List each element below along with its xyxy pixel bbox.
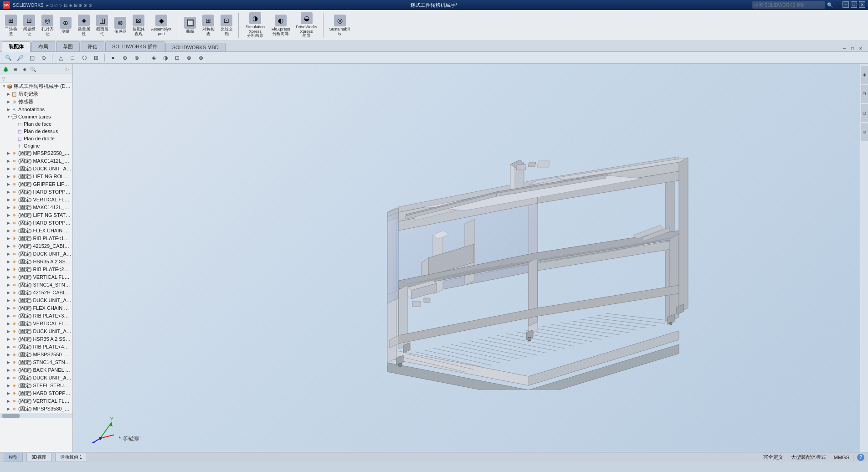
- tree-comp-24[interactable]: ▶ ⊛ (固定) HSR35 A 2 SS +...: [0, 335, 72, 343]
- toolbar-curve[interactable]: 🔲 曲面: [182, 16, 198, 35]
- comp12-expand[interactable]: ▶: [6, 244, 11, 249]
- comp13-expand[interactable]: ▶: [6, 252, 11, 257]
- sidebar-scrollbar[interactable]: [0, 413, 72, 418]
- view-perspective-button[interactable]: ⊞: [92, 53, 101, 62]
- view-box-button[interactable]: □: [68, 53, 77, 62]
- toolbar-sensor[interactable]: ⊛ 传感器: [112, 16, 128, 35]
- comp6-expand[interactable]: ▶: [6, 198, 11, 202]
- tree-comp-23[interactable]: ▶ ⊛ (固定) DUCK UNIT_AD3...: [0, 328, 72, 335]
- comp17-expand[interactable]: ▶: [6, 283, 11, 287]
- comp21-expand[interactable]: ▶: [6, 314, 11, 318]
- tree-comp-30[interactable]: ▶ ⊛ (固定) HARD STOPPER...: [0, 390, 72, 397]
- tab-window-min[interactable]: ─: [841, 46, 848, 51]
- view-settings-button[interactable]: ⊗: [132, 53, 141, 62]
- 3d-viewport[interactable]: X Y Z * 等轴测 ◈ ⊡ ◻ ⊕: [73, 64, 868, 452]
- comp2-expand[interactable]: ▶: [6, 167, 11, 171]
- comp20-expand[interactable]: ▶: [6, 306, 11, 311]
- sidebar-expand-button[interactable]: ▷: [63, 66, 71, 73]
- comp26-expand[interactable]: ▶: [6, 353, 11, 357]
- comp27-expand[interactable]: ▶: [6, 368, 11, 373]
- tab-assembly[interactable]: 装配体: [2, 41, 31, 52]
- comp22-expand[interactable]: ▶: [6, 322, 11, 326]
- tree-comp-8[interactable]: ▶ ⊛ (固定) LIFTING STATION...: [0, 211, 72, 219]
- right-panel-btn3[interactable]: ◻: [861, 104, 868, 122]
- comp24-expand[interactable]: ▶: [6, 337, 11, 342]
- toolbar-mass-props[interactable]: ◈ 质量属性: [76, 14, 92, 37]
- toolbar-symmetry-check[interactable]: ⊞ 对称检查: [200, 14, 216, 37]
- tree-comp-7[interactable]: ▶ ⊛ (固定) MAKC1412L_MA...: [0, 204, 72, 211]
- tree-commentaires[interactable]: ▼ 💬 Commentaires: [0, 113, 72, 120]
- comp-gripper-expand[interactable]: ▶: [6, 407, 11, 411]
- tree-comp-28[interactable]: ▶ ⊛ (固定) DUCK UNIT_AD3...: [0, 374, 72, 382]
- comp28-expand[interactable]: ▶: [6, 376, 11, 380]
- view-section-button[interactable]: △: [56, 53, 65, 62]
- view-render-button[interactable]: ●: [108, 53, 118, 62]
- zoom-in-button[interactable]: 🔍: [4, 53, 13, 62]
- comp30-expand[interactable]: ▶: [6, 391, 11, 396]
- tree-comp-6[interactable]: ▶ ⊛ (固定) VERTICAL FLEX C...: [0, 196, 72, 204]
- maximize-button[interactable]: □: [851, 1, 857, 8]
- comp23-expand[interactable]: ▶: [6, 329, 11, 334]
- toolbar-problem-verify[interactable]: ⊡ 间题经证: [21, 14, 37, 37]
- view-extra2[interactable]: ◑: [161, 53, 170, 62]
- tree-comp-19[interactable]: ▶ ⊛ (固定) DUCK UNIT_AD3...: [0, 297, 72, 304]
- toolbar-section-props[interactable]: ◫ 截面属性: [94, 14, 110, 37]
- comp31-expand[interactable]: ▶: [6, 399, 11, 404]
- title-bar-controls[interactable]: 🔍 ─ □ ✕: [752, 1, 865, 9]
- tree-comp-11[interactable]: ▶ ⊛ (固定) RIB PLATE<1> (固...: [0, 235, 72, 242]
- status-tab-motion[interactable]: 运动算例 1: [55, 453, 87, 462]
- tree-sensors[interactable]: ▶ ⊕ 传感器: [0, 98, 72, 106]
- toolbar-interference-check[interactable]: ⊞ 千涉检查: [3, 14, 19, 37]
- comp5-expand[interactable]: ▶: [6, 190, 11, 195]
- tab-layout[interactable]: 布局: [31, 41, 55, 51]
- tree-comp-25[interactable]: ▶ ⊛ (固定) RIB PLATE<4> (固...: [0, 343, 72, 351]
- sidebar-scroll-thumb[interactable]: [2, 414, 20, 418]
- tree-comp-9[interactable]: ▶ ⊛ (固定) HARD STOPPER...: [0, 219, 72, 227]
- sidebar-tree-icon[interactable]: 🌲: [2, 65, 10, 73]
- status-help[interactable]: ?: [857, 454, 864, 461]
- view-orient-button[interactable]: ⊙: [39, 53, 48, 62]
- view-mesh-button[interactable]: ⬡: [80, 53, 89, 62]
- view-extra5[interactable]: ⊛: [196, 53, 205, 62]
- tab-sketch[interactable]: 草图: [56, 41, 80, 51]
- tree-comp-5[interactable]: ▶ ⊛ (固定) HARD STOPPER...: [0, 188, 72, 196]
- tree-comp-16[interactable]: ▶ ⊛ (固定) VERTICAL FLEX C...: [0, 273, 72, 281]
- tab-evaluate[interactable]: 评估: [81, 41, 104, 51]
- comp0-expand[interactable]: ▶: [6, 151, 11, 156]
- tree-comp-21[interactable]: ▶ ⊛ (固定) RIB PLATE<3> (固...: [0, 312, 72, 320]
- tree-comp-31[interactable]: ▶ ⊛ (固定) VERTICAL FLEX C...: [0, 397, 72, 405]
- tree-comp-10[interactable]: ▶ ⊛ (固定) FLEX CHAIN MO...: [0, 227, 72, 235]
- toolbar-sustainability[interactable]: ◎ Sustainability: [327, 14, 353, 37]
- tab-sw-mbd[interactable]: SOLIDWORKS MBD: [165, 43, 226, 51]
- tab-window-close[interactable]: ✕: [857, 46, 864, 51]
- tree-comp-12[interactable]: ▶ ⊛ (固定) 421529_CABINE...: [0, 242, 72, 250]
- toolbar-driveworks[interactable]: ◒ DriveWorksXpress向导: [294, 11, 319, 40]
- tree-comp-2[interactable]: ▶ ⊛ (固定) DUCK UNIT_AD3...: [0, 165, 72, 173]
- tree-root[interactable]: ▼ 📦 稼式工件转移机械手 (Défa...: [0, 82, 72, 90]
- toolbar-hole-align[interactable]: ◎ 孔对齐证: [39, 14, 56, 37]
- search-input[interactable]: [752, 1, 825, 9]
- tree-comp-15[interactable]: ▶ ⊛ (固定) RIB PLATE<2> (固...: [0, 266, 72, 273]
- zoom-out-button[interactable]: 🔎: [15, 53, 25, 62]
- tree-comp-26[interactable]: ▶ ⊛ (固定) MPSPS2550_50_...: [0, 351, 72, 359]
- tree-comp-3[interactable]: ▶ ⊛ (固定) LIFTING ROLLER...: [0, 173, 72, 180]
- comp29-expand[interactable]: ▶: [6, 384, 11, 388]
- toolbar-measure[interactable]: ⊕ 测量: [57, 16, 74, 35]
- tree-plan-face[interactable]: ◻ Plan de face: [0, 120, 72, 128]
- history-expand-icon[interactable]: ▶: [6, 92, 11, 97]
- sidebar-search-icon[interactable]: 🔍: [29, 65, 37, 73]
- toolbar-simulation-xpress[interactable]: ◑ SimulationXpress分析向导: [242, 11, 268, 40]
- comp-back-panel-expand[interactable]: ▶: [6, 360, 11, 365]
- comp3-expand[interactable]: ▶: [6, 174, 11, 179]
- close-button[interactable]: ✕: [859, 1, 865, 8]
- view-extra3[interactable]: ⊡: [173, 53, 182, 62]
- view-extra4[interactable]: ⊚: [185, 53, 194, 62]
- root-expand-icon[interactable]: ▼: [2, 84, 6, 89]
- tree-plan-droite[interactable]: ◻ Plan de droite: [0, 135, 72, 142]
- tree-comp-22[interactable]: ▶ ⊛ (固定) VERTICAL FLEX C...: [0, 320, 72, 328]
- view-add-button[interactable]: ⊕: [120, 53, 129, 62]
- tree-comp-gripper[interactable]: ▶ ⊛ (固定) MPSPS3580_150...: [0, 405, 72, 413]
- comp19-expand[interactable]: ▶: [6, 298, 11, 303]
- tree-comp-17[interactable]: ▶ ⊛ (固定) STNC14_STNC14...: [0, 281, 72, 289]
- tree-comp-14[interactable]: ▶ ⊛ (固定) HSR35 A 2 SS +...: [0, 258, 72, 266]
